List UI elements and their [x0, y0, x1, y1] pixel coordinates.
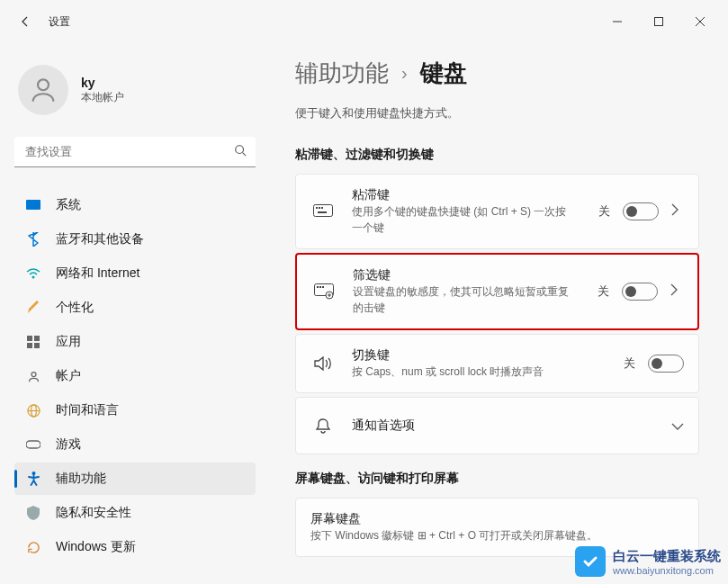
card-title: 屏幕键盘	[310, 511, 684, 527]
user-profile[interactable]: ky 本地帐户	[18, 65, 252, 115]
apps-icon	[25, 336, 41, 348]
sidebar-item-time-language[interactable]: 时间和语言	[14, 394, 256, 427]
app-title: 设置	[49, 14, 70, 30]
brush-icon	[25, 301, 41, 315]
svg-point-3	[236, 146, 244, 154]
svg-point-11	[31, 372, 36, 376]
svg-rect-20	[321, 207, 323, 209]
bluetooth-icon	[25, 232, 41, 247]
sidebar-item-label: 蓝牙和其他设备	[56, 231, 144, 247]
card-subtitle: 按 Caps、num 或 scroll lock 时播放声音	[352, 364, 568, 380]
sidebar-item-label: 帐户	[56, 368, 81, 384]
display-icon	[25, 200, 41, 211]
breadcrumb-parent[interactable]: 辅助功能	[295, 58, 389, 89]
filter-keys-card[interactable]: 筛选键 设置键盘的敏感度，使其可以忽略短暂或重复的击键 关	[295, 253, 699, 330]
sidebar-item-privacy[interactable]: 隐私和安全性	[14, 497, 256, 529]
sticky-keys-toggle[interactable]	[623, 202, 659, 220]
svg-rect-19	[319, 207, 320, 209]
watermark-url: www.baiyunxitong.com	[613, 565, 721, 576]
sidebar-item-network[interactable]: 网络和 Internet	[14, 257, 256, 290]
filter-keys-toggle[interactable]	[622, 283, 658, 301]
svg-rect-15	[26, 441, 40, 448]
minimize-button[interactable]	[597, 7, 638, 36]
section-title-osk: 屏幕键盘、访问键和打印屏幕	[295, 471, 699, 487]
window-controls	[597, 7, 721, 36]
card-title: 通知首选项	[352, 418, 671, 434]
watermark: 白云一键重装系统 www.baiyunxitong.com	[575, 546, 721, 577]
chevron-right-icon[interactable]	[670, 283, 683, 300]
globe-icon	[25, 404, 41, 418]
sidebar-item-system[interactable]: 系统	[14, 189, 256, 221]
sidebar-item-personalization[interactable]: 个性化	[14, 292, 256, 324]
content-area: 辅助功能 › 键盘 便于键入和使用键盘快捷方式。 粘滞键、过滤键和切换键 粘滞键…	[270, 43, 728, 584]
svg-line-4	[243, 153, 247, 157]
watermark-text: 白云一键重装系统	[613, 548, 721, 563]
sidebar-item-apps[interactable]: 应用	[14, 326, 256, 358]
sidebar-item-label: 系统	[56, 197, 81, 213]
svg-rect-25	[322, 286, 324, 288]
sidebar-item-label: 应用	[56, 334, 81, 350]
search-icon	[234, 144, 247, 160]
sidebar-item-label: Windows 更新	[56, 539, 136, 555]
card-title: 切换键	[352, 347, 624, 364]
wifi-icon	[25, 268, 41, 279]
chevron-right-icon[interactable]	[671, 203, 684, 220]
arrow-left-icon	[18, 14, 32, 29]
search-input[interactable]	[14, 137, 256, 167]
sidebar-item-accessibility[interactable]: 辅助功能	[14, 463, 256, 495]
update-icon	[25, 541, 41, 554]
sidebar-item-label: 时间和语言	[56, 402, 119, 418]
section-title-keys: 粘滞键、过滤键和切换键	[295, 147, 699, 163]
close-button[interactable]	[679, 7, 721, 36]
keyboard-icon	[310, 204, 336, 219]
svg-rect-24	[319, 286, 321, 288]
svg-rect-23	[317, 286, 319, 288]
maximize-icon	[654, 17, 663, 26]
gaming-icon	[25, 439, 41, 450]
sidebar-item-gaming[interactable]: 游戏	[14, 428, 256, 461]
card-subtitle: 按下 Windows 徽标键 ⊞ + Ctrl + O 可打开或关闭屏幕键盘。	[310, 527, 684, 544]
svg-rect-7	[27, 336, 32, 341]
card-subtitle: 使用多个键的键盘快捷键 (如 Ctrl + S) 一次按一个键	[352, 203, 568, 236]
sidebar: ky 本地帐户 系统 蓝牙和其他设备 网络和 Internet	[0, 43, 270, 584]
sticky-keys-card[interactable]: 粘滞键 使用多个键的键盘快捷键 (如 Ctrl + S) 一次按一个键 关	[295, 174, 699, 249]
card-title: 粘滞键	[352, 187, 598, 203]
sidebar-item-label: 网络和 Internet	[56, 265, 139, 282]
page-description: 便于键入和使用键盘快捷方式。	[295, 105, 699, 121]
toggle-status: 关	[598, 203, 610, 220]
sidebar-item-accounts[interactable]: 帐户	[14, 360, 256, 392]
watermark-logo-icon	[575, 546, 606, 577]
toggle-keys-card[interactable]: 切换键 按 Caps、num 或 scroll lock 时播放声音 关	[295, 334, 699, 393]
svg-point-6	[32, 276, 35, 279]
accessibility-icon	[25, 472, 41, 486]
sound-icon	[310, 356, 336, 371]
sidebar-item-bluetooth[interactable]: 蓝牙和其他设备	[14, 223, 256, 256]
svg-rect-18	[316, 207, 318, 209]
close-icon	[696, 17, 705, 26]
chevron-right-icon: ›	[401, 63, 408, 84]
search-container	[14, 137, 256, 167]
sidebar-item-label: 辅助功能	[56, 471, 106, 487]
svg-rect-5	[26, 200, 40, 210]
account-icon	[25, 370, 41, 383]
avatar	[18, 65, 68, 115]
breadcrumb: 辅助功能 › 键盘	[295, 58, 699, 89]
svg-rect-1	[655, 18, 663, 26]
sidebar-item-windows-update[interactable]: Windows 更新	[14, 531, 256, 563]
svg-rect-17	[314, 205, 333, 217]
maximize-button[interactable]	[638, 7, 679, 36]
svg-rect-21	[318, 211, 327, 213]
svg-rect-9	[27, 343, 32, 348]
sidebar-item-label: 游戏	[56, 436, 81, 453]
svg-point-2	[38, 79, 49, 90]
notification-prefs-card[interactable]: 通知首选项	[295, 397, 699, 454]
toggle-keys-toggle[interactable]	[648, 355, 684, 373]
card-title: 筛选键	[353, 267, 598, 283]
back-button[interactable]	[7, 4, 43, 40]
sidebar-item-label: 隐私和安全性	[56, 505, 131, 521]
user-subtitle: 本地帐户	[81, 90, 124, 105]
breadcrumb-current: 键盘	[420, 58, 467, 89]
user-name: ky	[81, 76, 124, 90]
chevron-down-icon[interactable]	[671, 418, 684, 434]
toggle-status: 关	[624, 355, 635, 372]
